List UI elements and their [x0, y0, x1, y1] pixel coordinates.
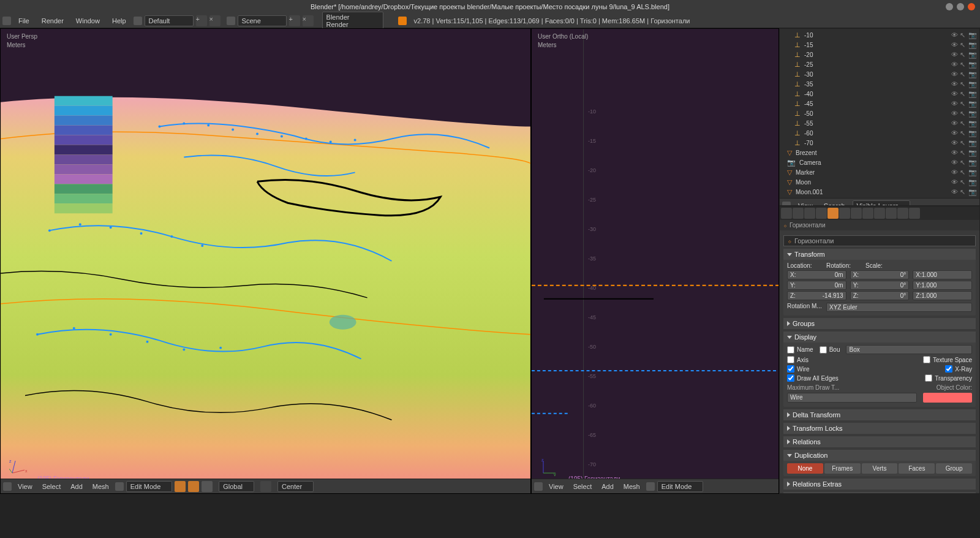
object-name-field[interactable]: ⬦ Горизонтали: [783, 235, 976, 246]
orientation-dropdown[interactable]: Global: [219, 481, 254, 492]
render-menu[interactable]: Render: [37, 16, 69, 26]
render-icon[interactable]: 📷: [968, 110, 976, 117]
eye-icon[interactable]: 👁: [951, 169, 959, 176]
render-icon[interactable]: 📷: [968, 90, 976, 97]
edge-select-icon[interactable]: [188, 481, 199, 492]
eye-icon[interactable]: 👁: [951, 139, 959, 146]
tab-object-icon[interactable]: [827, 208, 839, 219]
tab-material-icon[interactable]: [874, 208, 885, 219]
dup-group-button[interactable]: Group: [936, 463, 972, 474]
tab-world-icon[interactable]: [816, 208, 827, 219]
rot-y-field[interactable]: Y:0°: [850, 281, 910, 290]
layout-dropdown[interactable]: Default: [145, 15, 194, 26]
outliner[interactable]: ⊥-10👁↖📷 ⊥-15👁↖📷 ⊥-20👁↖📷 ⊥-25👁↖📷 ⊥-30👁↖📷 …: [779, 28, 980, 206]
file-menu[interactable]: File: [13, 16, 34, 26]
render-icon[interactable]: 📷: [968, 80, 976, 88]
tab-particles-icon[interactable]: [897, 208, 908, 219]
face-select-icon[interactable]: [202, 481, 213, 492]
tab-constraints-icon[interactable]: [839, 208, 850, 219]
select-menu[interactable]: Select: [39, 482, 65, 491]
rot-mode-dropdown[interactable]: XYZ Euler: [826, 303, 972, 312]
viewport-left[interactable]: User Persp Meters zx (195) Горизонтали V…: [0, 28, 531, 494]
texspace-checkbox[interactable]: Texture Space: [923, 356, 972, 363]
render-icon[interactable]: 📷: [968, 31, 976, 39]
name-checkbox[interactable]: Name: [787, 345, 813, 354]
cursor-icon[interactable]: ↖: [960, 119, 967, 127]
outliner-view-menu[interactable]: View: [794, 201, 816, 206]
cursor-icon[interactable]: ↖: [960, 159, 967, 166]
locks-header[interactable]: Transform Locks: [783, 423, 976, 434]
vert-select-icon[interactable]: [175, 481, 186, 492]
render-icon[interactable]: 📷: [968, 139, 976, 146]
cursor-icon[interactable]: ↖: [960, 149, 967, 156]
maximize-button[interactable]: [957, 3, 964, 10]
tab-render-icon[interactable]: [781, 208, 792, 219]
dup-frames-button[interactable]: Frames: [824, 463, 861, 474]
rel-extras-header[interactable]: Relations Extras: [783, 479, 976, 490]
wire-checkbox[interactable]: Wire: [787, 365, 810, 373]
window-menu[interactable]: Window: [71, 16, 105, 26]
dup-verts-button[interactable]: Verts: [862, 463, 898, 474]
scene-dropdown[interactable]: Scene: [238, 15, 287, 26]
outliner-filter-dropdown[interactable]: Visible Layers: [853, 200, 910, 206]
axis-checkbox[interactable]: Axis: [787, 356, 809, 363]
render-icon[interactable]: 📷: [968, 188, 976, 195]
render-icon[interactable]: 📷: [968, 178, 976, 186]
eye-icon[interactable]: 👁: [951, 188, 959, 195]
duplication-header[interactable]: Duplication: [783, 450, 976, 461]
transparency-checkbox[interactable]: Transparency: [925, 374, 972, 382]
cursor-icon[interactable]: ↖: [960, 169, 967, 176]
cursor-icon[interactable]: ↖: [960, 139, 967, 146]
cursor-icon[interactable]: ↖: [960, 51, 967, 58]
cursor-icon[interactable]: ↖: [960, 61, 967, 68]
tab-layers-icon[interactable]: [793, 208, 804, 219]
mode-dropdown-r[interactable]: Edit Mode: [657, 481, 704, 492]
bounds-type-dropdown[interactable]: Box: [846, 345, 972, 354]
dup-none-button[interactable]: None: [787, 463, 823, 474]
view-menu-r[interactable]: View: [545, 482, 567, 491]
pivot-dropdown[interactable]: Center: [277, 481, 314, 492]
outliner-search-menu[interactable]: Search: [820, 201, 849, 206]
cursor-icon[interactable]: ↖: [960, 41, 967, 48]
eye-icon[interactable]: 👁: [951, 70, 959, 78]
render-icon[interactable]: 📷: [968, 70, 976, 78]
render-icon[interactable]: 📷: [968, 149, 976, 156]
loc-x-field[interactable]: X:0m: [787, 270, 846, 279]
properties-editor[interactable]: ⬦ Горизонтали ⬦ Горизонтали Transform Lo…: [779, 206, 980, 494]
tab-scene-icon[interactable]: [804, 208, 815, 219]
motion-header[interactable]: Motion Paths: [783, 492, 976, 494]
render-icon[interactable]: 📷: [968, 159, 976, 166]
scene-del-button[interactable]: ×: [303, 15, 314, 26]
cursor-icon[interactable]: ↖: [960, 129, 967, 137]
scl-x-field[interactable]: X:1.000: [913, 270, 972, 279]
loc-z-field[interactable]: Z:-14.913: [787, 291, 846, 300]
delta-header[interactable]: Delta Transform: [783, 409, 976, 420]
render-icon[interactable]: 📷: [968, 119, 976, 127]
scene-add-button[interactable]: +: [289, 15, 300, 26]
eye-icon[interactable]: 👁: [951, 80, 959, 88]
scl-y-field[interactable]: Y:1.000: [913, 281, 972, 290]
transform-header[interactable]: Transform: [783, 249, 976, 260]
display-header[interactable]: Display: [783, 332, 976, 343]
render-icon[interactable]: 📷: [968, 100, 976, 107]
cursor-icon[interactable]: ↖: [960, 90, 967, 97]
breadcrumb-object[interactable]: Горизонтали: [790, 222, 825, 229]
snap-icon[interactable]: [260, 481, 271, 492]
loc-y-field[interactable]: Y:0m: [787, 281, 846, 290]
eye-icon[interactable]: 👁: [951, 41, 959, 48]
eye-icon[interactable]: 👁: [951, 31, 959, 39]
eye-icon[interactable]: 👁: [951, 90, 959, 97]
cursor-icon[interactable]: ↖: [960, 80, 967, 88]
alledges-checkbox[interactable]: Draw All Edges: [787, 374, 839, 382]
render-icon[interactable]: 📷: [968, 169, 976, 176]
eye-icon[interactable]: 👁: [951, 110, 959, 117]
eye-icon[interactable]: 👁: [951, 159, 959, 166]
render-icon[interactable]: 📷: [968, 51, 976, 58]
cursor-icon[interactable]: ↖: [960, 110, 967, 117]
mode-dropdown[interactable]: Edit Mode: [126, 481, 173, 492]
xray-checkbox[interactable]: X-Ray: [945, 365, 972, 373]
editor-type-icon[interactable]: [3, 482, 12, 491]
engine-dropdown[interactable]: Blender Render: [322, 12, 383, 30]
blender-icon[interactable]: [2, 17, 11, 25]
mesh-menu[interactable]: Mesh: [89, 482, 113, 491]
